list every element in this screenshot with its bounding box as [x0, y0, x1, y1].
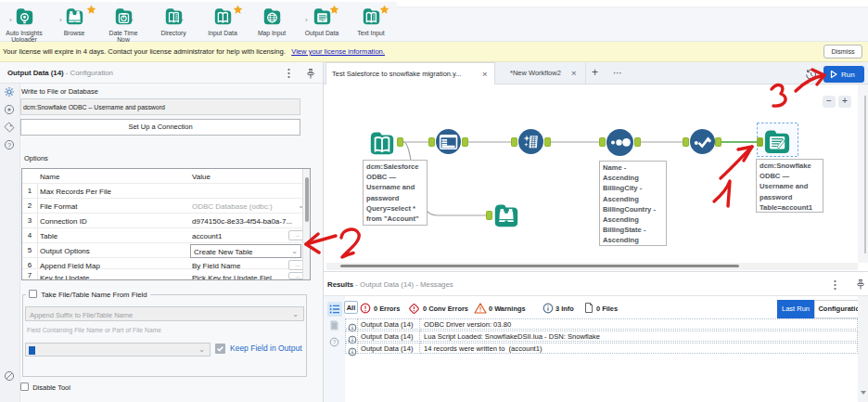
- svg-text:?: ?: [7, 141, 11, 149]
- svg-text:?: ?: [333, 339, 337, 345]
